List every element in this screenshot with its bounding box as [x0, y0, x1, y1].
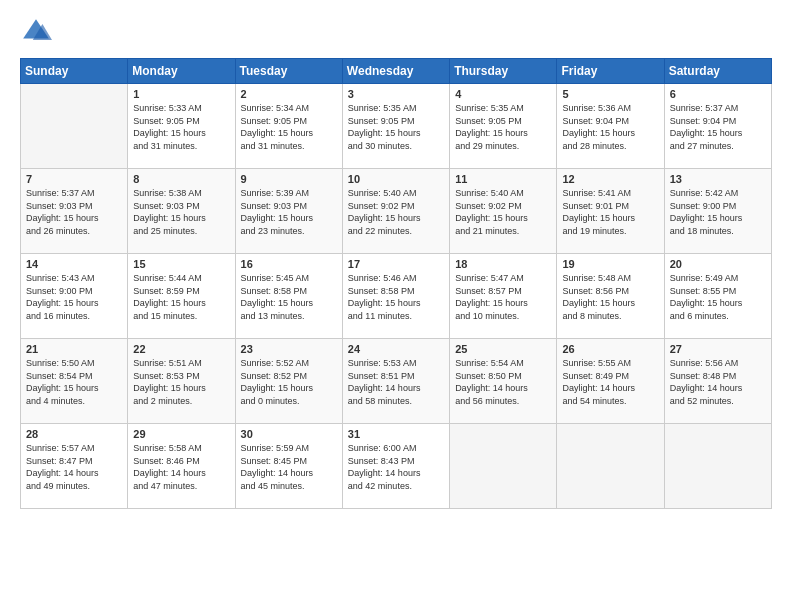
calendar-day: 12Sunrise: 5:41 AM Sunset: 9:01 PM Dayli…: [557, 169, 664, 254]
calendar-day: 19Sunrise: 5:48 AM Sunset: 8:56 PM Dayli…: [557, 254, 664, 339]
day-info: Sunrise: 5:33 AM Sunset: 9:05 PM Dayligh…: [133, 102, 229, 152]
calendar-day: 10Sunrise: 5:40 AM Sunset: 9:02 PM Dayli…: [342, 169, 449, 254]
day-info: Sunrise: 5:52 AM Sunset: 8:52 PM Dayligh…: [241, 357, 337, 407]
day-info: Sunrise: 5:58 AM Sunset: 8:46 PM Dayligh…: [133, 442, 229, 492]
day-number: 11: [455, 173, 551, 185]
calendar-header-wednesday: Wednesday: [342, 59, 449, 84]
day-number: 1: [133, 88, 229, 100]
day-number: 9: [241, 173, 337, 185]
day-info: Sunrise: 5:34 AM Sunset: 9:05 PM Dayligh…: [241, 102, 337, 152]
calendar-week-3: 14Sunrise: 5:43 AM Sunset: 9:00 PM Dayli…: [21, 254, 772, 339]
day-number: 14: [26, 258, 122, 270]
day-number: 28: [26, 428, 122, 440]
calendar-day: 18Sunrise: 5:47 AM Sunset: 8:57 PM Dayli…: [450, 254, 557, 339]
day-info: Sunrise: 5:38 AM Sunset: 9:03 PM Dayligh…: [133, 187, 229, 237]
calendar-day: 31Sunrise: 6:00 AM Sunset: 8:43 PM Dayli…: [342, 424, 449, 509]
day-info: Sunrise: 5:51 AM Sunset: 8:53 PM Dayligh…: [133, 357, 229, 407]
day-info: Sunrise: 5:53 AM Sunset: 8:51 PM Dayligh…: [348, 357, 444, 407]
calendar-day: 11Sunrise: 5:40 AM Sunset: 9:02 PM Dayli…: [450, 169, 557, 254]
calendar-day: [557, 424, 664, 509]
day-info: Sunrise: 5:35 AM Sunset: 9:05 PM Dayligh…: [455, 102, 551, 152]
day-info: Sunrise: 5:47 AM Sunset: 8:57 PM Dayligh…: [455, 272, 551, 322]
calendar-header-sunday: Sunday: [21, 59, 128, 84]
calendar-day: 14Sunrise: 5:43 AM Sunset: 9:00 PM Dayli…: [21, 254, 128, 339]
day-info: Sunrise: 5:40 AM Sunset: 9:02 PM Dayligh…: [348, 187, 444, 237]
calendar-day: 1Sunrise: 5:33 AM Sunset: 9:05 PM Daylig…: [128, 84, 235, 169]
calendar-day: [21, 84, 128, 169]
calendar-day: 5Sunrise: 5:36 AM Sunset: 9:04 PM Daylig…: [557, 84, 664, 169]
calendar-day: 25Sunrise: 5:54 AM Sunset: 8:50 PM Dayli…: [450, 339, 557, 424]
calendar-day: 30Sunrise: 5:59 AM Sunset: 8:45 PM Dayli…: [235, 424, 342, 509]
day-number: 21: [26, 343, 122, 355]
day-info: Sunrise: 5:37 AM Sunset: 9:03 PM Dayligh…: [26, 187, 122, 237]
day-number: 18: [455, 258, 551, 270]
calendar-day: [664, 424, 771, 509]
calendar-day: 9Sunrise: 5:39 AM Sunset: 9:03 PM Daylig…: [235, 169, 342, 254]
day-info: Sunrise: 5:45 AM Sunset: 8:58 PM Dayligh…: [241, 272, 337, 322]
day-number: 12: [562, 173, 658, 185]
day-info: Sunrise: 5:35 AM Sunset: 9:05 PM Dayligh…: [348, 102, 444, 152]
day-info: Sunrise: 5:50 AM Sunset: 8:54 PM Dayligh…: [26, 357, 122, 407]
calendar-header-tuesday: Tuesday: [235, 59, 342, 84]
calendar-header-monday: Monday: [128, 59, 235, 84]
calendar-day: 17Sunrise: 5:46 AM Sunset: 8:58 PM Dayli…: [342, 254, 449, 339]
day-number: 15: [133, 258, 229, 270]
day-info: Sunrise: 5:49 AM Sunset: 8:55 PM Dayligh…: [670, 272, 766, 322]
calendar-day: 29Sunrise: 5:58 AM Sunset: 8:46 PM Dayli…: [128, 424, 235, 509]
day-number: 27: [670, 343, 766, 355]
calendar-day: 6Sunrise: 5:37 AM Sunset: 9:04 PM Daylig…: [664, 84, 771, 169]
calendar-day: 16Sunrise: 5:45 AM Sunset: 8:58 PM Dayli…: [235, 254, 342, 339]
calendar-day: 26Sunrise: 5:55 AM Sunset: 8:49 PM Dayli…: [557, 339, 664, 424]
calendar-day: [450, 424, 557, 509]
calendar-day: 24Sunrise: 5:53 AM Sunset: 8:51 PM Dayli…: [342, 339, 449, 424]
day-number: 10: [348, 173, 444, 185]
day-info: Sunrise: 5:56 AM Sunset: 8:48 PM Dayligh…: [670, 357, 766, 407]
day-number: 19: [562, 258, 658, 270]
calendar-day: 15Sunrise: 5:44 AM Sunset: 8:59 PM Dayli…: [128, 254, 235, 339]
logo-icon: [20, 16, 52, 48]
day-number: 17: [348, 258, 444, 270]
day-info: Sunrise: 5:40 AM Sunset: 9:02 PM Dayligh…: [455, 187, 551, 237]
day-number: 3: [348, 88, 444, 100]
calendar-day: 4Sunrise: 5:35 AM Sunset: 9:05 PM Daylig…: [450, 84, 557, 169]
day-number: 23: [241, 343, 337, 355]
calendar-day: 13Sunrise: 5:42 AM Sunset: 9:00 PM Dayli…: [664, 169, 771, 254]
day-info: Sunrise: 5:39 AM Sunset: 9:03 PM Dayligh…: [241, 187, 337, 237]
day-number: 8: [133, 173, 229, 185]
calendar-day: 28Sunrise: 5:57 AM Sunset: 8:47 PM Dayli…: [21, 424, 128, 509]
calendar: SundayMondayTuesdayWednesdayThursdayFrid…: [20, 58, 772, 509]
day-info: Sunrise: 5:48 AM Sunset: 8:56 PM Dayligh…: [562, 272, 658, 322]
day-number: 20: [670, 258, 766, 270]
calendar-header-friday: Friday: [557, 59, 664, 84]
day-number: 4: [455, 88, 551, 100]
calendar-week-5: 28Sunrise: 5:57 AM Sunset: 8:47 PM Dayli…: [21, 424, 772, 509]
calendar-day: 27Sunrise: 5:56 AM Sunset: 8:48 PM Dayli…: [664, 339, 771, 424]
day-number: 13: [670, 173, 766, 185]
day-info: Sunrise: 5:54 AM Sunset: 8:50 PM Dayligh…: [455, 357, 551, 407]
calendar-week-2: 7Sunrise: 5:37 AM Sunset: 9:03 PM Daylig…: [21, 169, 772, 254]
day-info: Sunrise: 5:36 AM Sunset: 9:04 PM Dayligh…: [562, 102, 658, 152]
header: [20, 16, 772, 48]
day-info: Sunrise: 5:59 AM Sunset: 8:45 PM Dayligh…: [241, 442, 337, 492]
calendar-day: 20Sunrise: 5:49 AM Sunset: 8:55 PM Dayli…: [664, 254, 771, 339]
day-number: 6: [670, 88, 766, 100]
day-number: 16: [241, 258, 337, 270]
day-number: 7: [26, 173, 122, 185]
day-number: 29: [133, 428, 229, 440]
day-number: 30: [241, 428, 337, 440]
calendar-day: 7Sunrise: 5:37 AM Sunset: 9:03 PM Daylig…: [21, 169, 128, 254]
calendar-header-row: SundayMondayTuesdayWednesdayThursdayFrid…: [21, 59, 772, 84]
logo: [20, 16, 56, 48]
day-number: 2: [241, 88, 337, 100]
calendar-week-4: 21Sunrise: 5:50 AM Sunset: 8:54 PM Dayli…: [21, 339, 772, 424]
page: SundayMondayTuesdayWednesdayThursdayFrid…: [0, 0, 792, 612]
day-number: 22: [133, 343, 229, 355]
day-number: 5: [562, 88, 658, 100]
day-number: 26: [562, 343, 658, 355]
day-info: Sunrise: 6:00 AM Sunset: 8:43 PM Dayligh…: [348, 442, 444, 492]
calendar-header-saturday: Saturday: [664, 59, 771, 84]
day-info: Sunrise: 5:43 AM Sunset: 9:00 PM Dayligh…: [26, 272, 122, 322]
day-info: Sunrise: 5:37 AM Sunset: 9:04 PM Dayligh…: [670, 102, 766, 152]
day-number: 31: [348, 428, 444, 440]
calendar-day: 21Sunrise: 5:50 AM Sunset: 8:54 PM Dayli…: [21, 339, 128, 424]
